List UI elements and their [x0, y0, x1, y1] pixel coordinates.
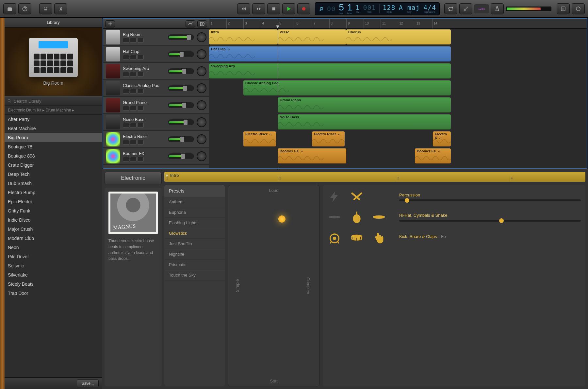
snare-icon[interactable]: [350, 230, 364, 245]
volume-slider[interactable]: [168, 51, 194, 57]
pan-knob[interactable]: [197, 32, 206, 42]
region[interactable]: Verse: [278, 29, 346, 44]
mute-button[interactable]: [123, 157, 129, 161]
library-item[interactable]: Major Crush: [5, 225, 102, 234]
stop-button[interactable]: [267, 3, 280, 14]
preset-item[interactable]: Euphoria: [164, 207, 225, 218]
pan-knob[interactable]: [197, 66, 206, 76]
region[interactable]: Electro R ⟲: [433, 131, 451, 146]
mute-button[interactable]: [123, 72, 129, 76]
preset-item[interactable]: Anthem: [164, 197, 225, 207]
pan-knob[interactable]: [197, 83, 206, 93]
library-item[interactable]: Electro Bump: [5, 188, 102, 197]
solo-button[interactable]: [130, 55, 137, 59]
drummer-avatar[interactable]: MAGNUS: [108, 192, 158, 234]
metronome-button[interactable]: [491, 3, 504, 14]
play-button[interactable]: [282, 3, 295, 14]
drummer-region-ruler[interactable]: ▶ Intro 1 2 3 4: [164, 172, 585, 182]
headphone-button[interactable]: [137, 72, 144, 76]
mute-button[interactable]: [123, 123, 129, 127]
track-header[interactable]: Boomer FX: [103, 148, 209, 165]
editors-button[interactable]: [54, 3, 67, 14]
track-header[interactable]: Classic Analog Pad: [103, 80, 209, 97]
pan-knob[interactable]: [197, 134, 206, 144]
forward-button[interactable]: [252, 3, 265, 14]
track-header[interactable]: Noise Bass: [103, 114, 209, 131]
bolt-icon[interactable]: [327, 190, 342, 204]
headphone-button[interactable]: [137, 140, 144, 144]
solo-button[interactable]: [130, 106, 137, 110]
library-item[interactable]: Neon: [5, 243, 102, 252]
headphone-button[interactable]: [137, 123, 144, 127]
solo-button[interactable]: [130, 72, 137, 76]
hihat-slider[interactable]: [399, 220, 581, 222]
mute-button[interactable]: [123, 38, 129, 42]
help-button[interactable]: [18, 3, 31, 14]
region[interactable]: Intro: [209, 29, 278, 44]
region[interactable]: Electro Riser ⟲: [312, 131, 345, 146]
library-item[interactable]: Boutique 808: [5, 151, 102, 161]
track-header[interactable]: Hat Clap: [103, 46, 209, 63]
library-toggle-button[interactable]: [3, 3, 16, 14]
region[interactable]: Noise Bass: [278, 114, 451, 129]
region[interactable]: Boomer FX ⟲: [415, 148, 451, 163]
library-item[interactable]: Beat Machine: [5, 124, 102, 133]
save-button[interactable]: Save...: [77, 380, 99, 387]
search-input[interactable]: [14, 99, 99, 104]
kick-icon[interactable]: [327, 230, 342, 245]
rewind-button[interactable]: [237, 3, 250, 14]
preset-item[interactable]: Nightlife: [164, 249, 225, 260]
notepad-button[interactable]: [557, 3, 570, 14]
record-button[interactable]: [297, 3, 310, 14]
library-item[interactable]: Crate Digger: [5, 161, 102, 170]
genre-button[interactable]: Electronic: [105, 172, 162, 184]
volume-slider[interactable]: [168, 119, 194, 125]
timeline-ruler[interactable]: 1234567891011121314: [209, 19, 587, 29]
pan-knob[interactable]: [197, 100, 206, 110]
library-item[interactable]: Steely Beats: [5, 279, 102, 289]
region[interactable]: Electro Riser ⟲: [243, 131, 276, 146]
preset-item[interactable]: Touch the Sky: [164, 270, 225, 280]
volume-slider[interactable]: [168, 34, 194, 40]
library-breadcrumb[interactable]: Electronic Drum Kit ▸ Drum Machine ▸: [5, 106, 102, 115]
tuner-button[interactable]: [459, 3, 472, 14]
preset-item[interactable]: Prismatic: [164, 260, 225, 270]
lcd-display[interactable]: 00 5bar 1beat 1div 001tick 128bpm A majk…: [315, 2, 440, 15]
catch-button[interactable]: [197, 20, 207, 27]
clap-icon[interactable]: [372, 230, 386, 245]
volume-slider[interactable]: [168, 136, 194, 142]
headphone-button[interactable]: [137, 38, 144, 42]
library-item[interactable]: Big Room: [5, 133, 102, 142]
hihat-icon[interactable]: [372, 210, 386, 224]
library-item[interactable]: Modern Club: [5, 234, 102, 243]
pan-knob[interactable]: [197, 49, 206, 59]
solo-button[interactable]: [130, 38, 137, 42]
pan-knob[interactable]: [197, 151, 206, 161]
library-item[interactable]: Silverlake: [5, 270, 102, 279]
solo-button[interactable]: [130, 157, 137, 161]
loop-browser-button[interactable]: [572, 3, 585, 14]
region[interactable]: Chorus: [346, 29, 451, 44]
region[interactable]: Grand Piano: [278, 97, 451, 112]
add-track-button[interactable]: [105, 20, 115, 27]
library-item[interactable]: Epic Electro: [5, 197, 102, 206]
library-item[interactable]: Trap Door: [5, 289, 102, 298]
xy-pad[interactable]: Loud Soft Simple Complex: [228, 185, 319, 386]
region[interactable]: Classic Analog Pad: [243, 80, 451, 95]
preset-item[interactable]: Glowstick: [164, 228, 225, 239]
headphone-button[interactable]: [137, 106, 144, 110]
shaker-icon[interactable]: [350, 210, 364, 224]
volume-slider[interactable]: [168, 68, 194, 74]
track-header[interactable]: Big Room: [103, 29, 209, 46]
volume-slider[interactable]: [168, 85, 194, 91]
cycle-button[interactable]: [444, 3, 457, 14]
track-header[interactable]: Sweeping Arp: [103, 63, 209, 80]
library-item[interactable]: Dub Smash: [5, 179, 102, 188]
playhead[interactable]: [278, 19, 278, 168]
library-item[interactable]: Gritty Funk: [5, 206, 102, 215]
sticks-icon[interactable]: [350, 190, 364, 204]
arrangement[interactable]: 1234567891011121314 IntroVerseChorusHat …: [209, 19, 587, 168]
count-in-button[interactable]: 1234: [474, 4, 489, 13]
library-item[interactable]: Boutique 78: [5, 142, 102, 151]
track-header[interactable]: Grand Piano: [103, 97, 209, 114]
